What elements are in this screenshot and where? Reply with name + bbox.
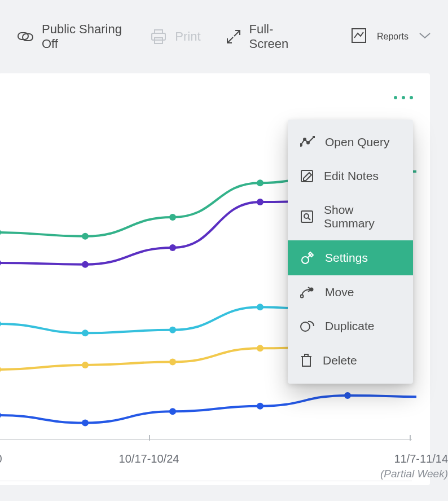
svg-point-25: [257, 345, 263, 351]
fullscreen-button[interactable]: Full-Screen: [226, 22, 301, 51]
svg-point-35: [307, 142, 309, 144]
chart-icon: [351, 28, 367, 46]
menu-move[interactable]: Move: [288, 275, 413, 309]
svg-point-31: [344, 392, 351, 399]
svg-rect-3: [152, 33, 165, 40]
menu-label: Delete: [323, 354, 357, 367]
svg-point-14: [169, 244, 176, 251]
svg-point-39: [304, 214, 309, 218]
svg-point-22: [0, 366, 1, 373]
fullscreen-label: Full-Screen: [249, 22, 301, 51]
card-context-menu: Open Query Edit Notes Show Summary Setti…: [288, 120, 413, 384]
menu-label: Move: [325, 285, 354, 299]
svg-point-19: [169, 327, 176, 333]
menu-edit-notes[interactable]: Edit Notes: [288, 159, 413, 193]
svg-point-15: [257, 199, 263, 205]
svg-point-12: [0, 260, 1, 266]
print-button: Print: [150, 29, 200, 45]
svg-point-18: [82, 329, 89, 336]
menu-show-summary[interactable]: Show Summary: [288, 193, 413, 240]
fullscreen-icon: [226, 29, 241, 45]
svg-point-8: [169, 214, 176, 221]
svg-point-43: [301, 322, 310, 331]
reports-label: Reports: [377, 32, 409, 42]
toolbar: Public Sharing Off Print Full-Screen: [0, 0, 448, 73]
menu-label: Settings: [325, 251, 368, 265]
svg-point-17: [0, 320, 1, 327]
svg-rect-38: [301, 211, 313, 222]
partial-week-label: (Partial Week): [380, 468, 448, 480]
card-more-menu-button[interactable]: [394, 96, 413, 99]
chevron-down-icon: [419, 32, 431, 42]
svg-point-34: [304, 138, 306, 140]
svg-point-7: [82, 233, 89, 240]
public-sharing-toggle[interactable]: Public Sharing Off: [17, 22, 125, 51]
svg-point-28: [82, 420, 89, 427]
reports-dropdown[interactable]: Reports: [351, 28, 431, 46]
menu-open-query[interactable]: Open Query: [288, 125, 413, 159]
menu-label: Duplicate: [325, 319, 375, 333]
menu-label: Show Summary: [324, 203, 401, 230]
svg-point-20: [257, 304, 263, 310]
svg-point-9: [257, 179, 263, 186]
link-icon: [17, 29, 34, 44]
svg-point-36: [313, 136, 315, 138]
print-icon: [150, 29, 167, 45]
svg-point-42: [310, 288, 313, 291]
menu-label: Edit Notes: [324, 169, 379, 183]
svg-point-27: [0, 412, 1, 419]
svg-point-30: [257, 403, 263, 410]
svg-point-23: [82, 362, 89, 368]
public-sharing-label: Public Sharing Off: [42, 22, 125, 51]
svg-point-41: [301, 295, 304, 298]
x-tick-label: 10/17-10/24: [119, 452, 179, 465]
svg-point-29: [169, 408, 176, 415]
menu-settings[interactable]: Settings: [288, 240, 413, 275]
svg-point-13: [82, 261, 89, 268]
svg-point-24: [169, 359, 176, 366]
menu-duplicate[interactable]: Duplicate: [288, 309, 413, 343]
svg-point-33: [300, 144, 302, 146]
menu-delete[interactable]: Delete: [288, 343, 413, 378]
menu-label: Open Query: [325, 135, 389, 149]
svg-point-6: [0, 229, 1, 236]
x-tick-label: 11/7-11/14 (Partial Week): [380, 452, 448, 480]
x-axis: 0 10/17-10/24 11/7-11/14 (Partial Week): [0, 434, 412, 480]
x-tick-label: 0: [0, 452, 2, 465]
print-label: Print: [175, 29, 200, 44]
svg-rect-5: [352, 29, 366, 42]
